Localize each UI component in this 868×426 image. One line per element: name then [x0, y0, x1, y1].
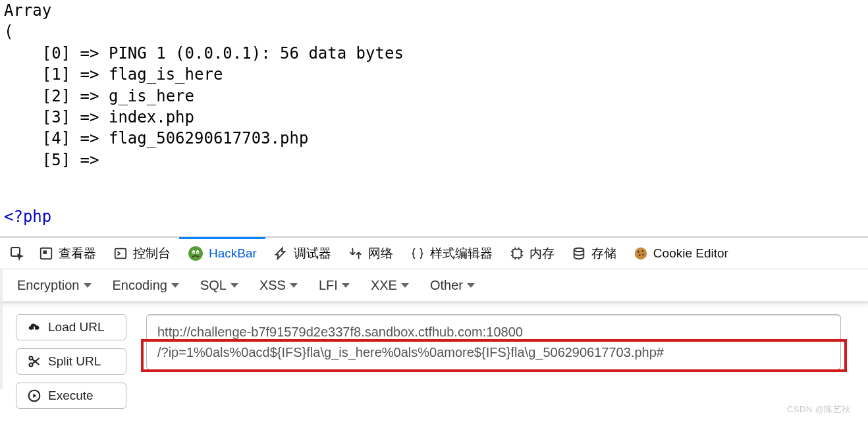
dropdown-xss-label: XSS	[259, 278, 286, 293]
url-line-1: http://challenge-b7f91579d2e337f8.sandbo…	[157, 322, 830, 342]
hackbar-icon	[188, 246, 203, 261]
caret-icon	[171, 283, 179, 288]
php-print-output: Array ( [0] => PING 1 (0.0.0.1): 56 data…	[0, 0, 868, 171]
php-open-tag: <?php	[4, 207, 868, 226]
tab-memory[interactable]: 内存	[501, 238, 563, 269]
tab-style-editor[interactable]: 样式编辑器	[402, 238, 501, 269]
tab-inspector-label: 查看器	[59, 245, 96, 262]
dropdown-encoding-label: Encoding	[113, 278, 167, 293]
dropdown-sql-label: SQL	[200, 278, 227, 293]
svg-point-4	[188, 246, 203, 261]
caret-icon	[290, 283, 298, 288]
debugger-icon	[274, 246, 288, 261]
caret-icon	[342, 283, 350, 288]
tab-console-label: 控制台	[133, 245, 171, 262]
caret-icon	[84, 283, 92, 288]
dropdown-xss[interactable]: XSS	[259, 278, 298, 293]
tab-storage[interactable]: 存储	[563, 238, 625, 269]
watermark-text: CSDN @陈艺秋	[787, 404, 851, 415]
dropdown-other[interactable]: Other	[430, 278, 475, 293]
dropdown-other-label: Other	[430, 278, 463, 293]
url-textarea[interactable]: http://challenge-b7f91579d2e337f8.sandbo…	[146, 314, 841, 370]
svg-point-18	[574, 248, 584, 252]
caret-icon	[401, 283, 409, 288]
tab-style-label: 样式编辑器	[430, 245, 493, 262]
devtools-tab-strip: 查看器 控制台 HackBar 调试器 网络 样式编辑器 内存	[0, 236, 868, 269]
svg-point-24	[30, 357, 33, 360]
element-picker-button[interactable]	[4, 238, 30, 269]
element-picker-icon	[9, 246, 25, 261]
dropdown-xxe-label: XXE	[371, 278, 397, 293]
svg-point-22	[639, 254, 641, 256]
svg-rect-9	[512, 249, 521, 257]
dropdown-encoding[interactable]: Encoding	[113, 278, 179, 293]
caret-icon	[231, 283, 238, 288]
svg-point-25	[30, 363, 33, 367]
cloud-download-icon	[27, 321, 41, 334]
inspector-icon	[39, 246, 53, 261]
svg-point-23	[642, 253, 644, 255]
load-url-button[interactable]: Load URL	[16, 314, 126, 340]
hackbar-toolbar: Encryption Encoding SQL XSS LFI XXE Othe…	[0, 269, 868, 304]
dropdown-lfi[interactable]: LFI	[319, 278, 350, 293]
url-line-2: /?ip=1%0als%0acd${IFS}fla\g_is_here%0als…	[157, 342, 830, 363]
tab-hackbar-label: HackBar	[209, 246, 257, 261]
split-url-label: Split URL	[48, 354, 101, 369]
console-icon	[113, 246, 128, 261]
svg-point-20	[637, 250, 639, 252]
memory-icon	[510, 246, 524, 261]
url-input-wrap: http://challenge-b7f91579d2e337f8.sandbo…	[146, 314, 863, 389]
svg-point-21	[641, 250, 643, 252]
tab-debugger[interactable]: 调试器	[265, 238, 340, 269]
tab-network-label: 网络	[368, 245, 393, 262]
play-icon	[27, 389, 41, 402]
tab-memory-label: 内存	[529, 245, 555, 262]
svg-point-19	[635, 247, 647, 259]
load-url-label: Load URL	[48, 320, 105, 334]
tab-hackbar[interactable]: HackBar	[179, 237, 265, 268]
execute-label: Execute	[48, 388, 94, 403]
style-editor-icon	[410, 246, 425, 261]
tab-storage-label: 存储	[591, 245, 616, 262]
tab-inspector[interactable]: 查看器	[30, 238, 105, 269]
execute-button[interactable]: Execute	[16, 383, 126, 409]
hackbar-body: Load URL Split URL Execute http://challe…	[0, 304, 868, 389]
storage-icon	[572, 246, 586, 261]
tab-cookie-editor[interactable]: Cookie Editor	[625, 238, 737, 269]
scissors-icon	[27, 355, 41, 368]
tab-cookie-label: Cookie Editor	[653, 246, 728, 261]
dropdown-encryption-label: Encryption	[17, 278, 80, 293]
svg-rect-2	[43, 250, 47, 254]
caret-icon	[467, 283, 475, 288]
network-icon	[348, 246, 363, 261]
cookie-icon	[634, 246, 648, 261]
dropdown-sql[interactable]: SQL	[200, 278, 238, 293]
dropdown-encryption[interactable]: Encryption	[17, 278, 92, 293]
tab-debugger-label: 调试器	[294, 245, 331, 262]
svg-point-7	[193, 252, 194, 253]
tab-network[interactable]: 网络	[340, 238, 402, 269]
dropdown-lfi-label: LFI	[319, 278, 338, 293]
tab-console[interactable]: 控制台	[105, 238, 179, 269]
hackbar-button-column: Load URL Split URL Execute	[16, 314, 126, 389]
split-url-button[interactable]: Split URL	[16, 348, 126, 375]
svg-point-8	[197, 252, 198, 253]
dropdown-xxe[interactable]: XXE	[371, 278, 409, 293]
